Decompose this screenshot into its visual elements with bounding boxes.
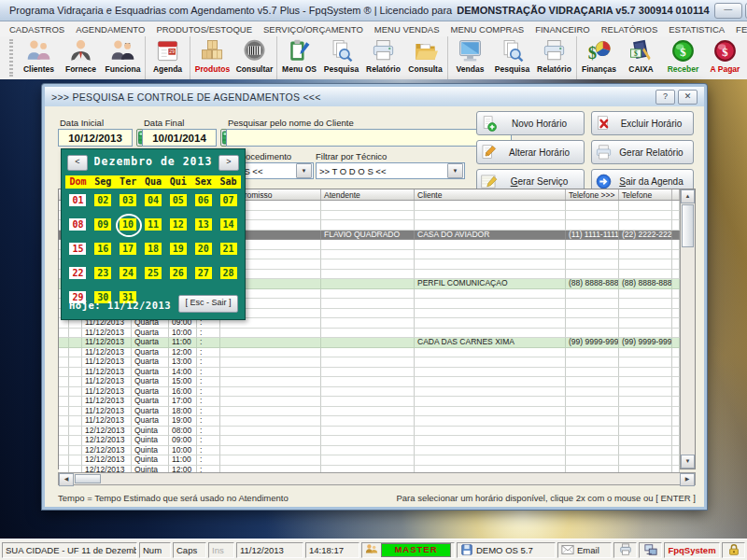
action-button[interactable]: Gerar Relatório	[591, 140, 694, 164]
calendar-esc-button[interactable]: [ Esc - Sair ]	[178, 295, 238, 313]
table-row[interactable]: 11/12/2013 Quarta 13:00 :	[59, 357, 680, 368]
search-input[interactable]	[226, 129, 512, 147]
calendar-day[interactable]: 12	[170, 218, 187, 231]
calendar-day[interactable]: 08	[69, 218, 86, 231]
toolbar-button[interactable]: $ Receber	[662, 36, 704, 79]
tecnico-combo[interactable]: >> T O D O S << ▼	[316, 162, 465, 179]
menu-item[interactable]: MENU COMPRAS	[444, 23, 529, 35]
scroll-up-icon[interactable]: ▲	[681, 189, 695, 203]
toolbar-button[interactable]: Fornece	[60, 36, 102, 79]
toolbar-button[interactable]: $ CAIXA	[620, 36, 662, 79]
table-row[interactable]: 11/12/2013 Quarta 15:00 :	[59, 377, 680, 387]
vertical-scrollbar[interactable]: ▲ ▼	[680, 189, 695, 469]
calendar-day[interactable]: 03	[120, 194, 136, 206]
agenda-close-button[interactable]: ✕	[678, 90, 698, 105]
calendar-day[interactable]: 18	[145, 243, 162, 255]
table-row[interactable]: 11/12/2013 Quarta 19:00 :	[59, 416, 680, 427]
table-row[interactable]: 12/12/2013 Quinta 11:00 :	[59, 455, 680, 466]
table-row[interactable]: 12/12/2013 Quinta 10:00 :	[59, 446, 680, 456]
calendar-day[interactable]: 01	[69, 194, 86, 206]
column-header[interactable]: Telefone	[619, 189, 672, 200]
action-button[interactable]: Excluir Horário	[591, 111, 694, 135]
calendar-next-button[interactable]: >	[218, 155, 239, 171]
column-header[interactable]: Atendente	[321, 189, 415, 200]
toolbar: Clientes Fornece Funciona 29 Agenda	[0, 36, 747, 80]
column-header[interactable]	[672, 189, 680, 200]
calendar-day[interactable]: 02	[94, 194, 111, 206]
action-button[interactable]: Alterar Horário	[476, 140, 585, 164]
toolbar-button[interactable]: Consultar	[233, 36, 275, 79]
calendar-day[interactable]: 24	[120, 267, 136, 279]
scroll-left-icon[interactable]: ◀	[59, 473, 74, 486]
table-row[interactable]: 12/12/2013 Quinta 08:00 :	[59, 427, 680, 437]
menu-item[interactable]: MENU VENDAS	[369, 23, 445, 35]
calendar-day[interactable]: 23	[94, 267, 111, 279]
toolbar-button[interactable]: Pesquisa	[320, 36, 362, 79]
calendar-day[interactable]: 21	[220, 243, 237, 255]
horizontal-scrollbar[interactable]: ◀ ▶	[58, 472, 696, 485]
scrollbar-thumb[interactable]	[682, 204, 694, 247]
calendar-day[interactable]: 06	[195, 194, 212, 206]
calendar-day[interactable]: 25	[145, 267, 162, 279]
table-row[interactable]: 11/12/2013 Quarta 12:00 :	[59, 348, 680, 358]
menu-item[interactable]: PRODUTOS/ESTOQUE	[150, 23, 258, 35]
toolbar-button[interactable]: $ Finanças	[578, 36, 620, 79]
menu-item[interactable]: FINANCEIRO	[529, 23, 596, 35]
calendar-day[interactable]: 28	[220, 267, 237, 279]
calendar-day[interactable]: 05	[170, 194, 187, 206]
table-row[interactable]: 11/12/2013 Quarta 10:00 :	[59, 329, 680, 339]
calendar-day[interactable]: 22	[69, 267, 86, 279]
table-row[interactable]: 11/12/2013 Quarta 18:00 :	[59, 407, 680, 417]
calendar-day[interactable]: 07	[220, 194, 237, 206]
chevron-down-icon[interactable]: ▼	[296, 163, 312, 178]
action-button[interactable]: Novo Horário	[476, 111, 585, 135]
toolbar-button[interactable]: Menu OS	[278, 36, 320, 79]
data-inicial-field[interactable]: 10/12/2013	[58, 129, 133, 147]
chevron-down-icon[interactable]: ▼	[447, 163, 463, 178]
calendar-day[interactable]: 19	[170, 243, 187, 255]
toolbar-button[interactable]: 29 Agenda	[147, 36, 189, 79]
toolbar-button[interactable]: Funciona	[102, 36, 144, 79]
scroll-right-icon[interactable]: ▶	[680, 473, 695, 486]
scroll-down-icon[interactable]: ▼	[681, 455, 695, 469]
calendar-day[interactable]: 20	[195, 243, 212, 255]
calendar-day[interactable]: 27	[195, 267, 212, 279]
menu-item[interactable]: CADASTROS	[4, 23, 70, 35]
calendar-day[interactable]: 13	[195, 218, 212, 231]
table-row[interactable]: 12/12/2013 Quinta 09:00 :	[59, 436, 680, 446]
help-button[interactable]: ?	[655, 90, 675, 105]
table-row[interactable]: 11/12/2013 Quarta 17:00 :	[59, 397, 680, 407]
calendar-day[interactable]: 04	[145, 194, 162, 206]
column-header[interactable]: Telefone >>>	[566, 189, 619, 200]
calendar-prev-button[interactable]: <	[67, 155, 88, 171]
data-final-field[interactable]: 10/01/2014	[142, 129, 217, 147]
users-key-icon	[365, 543, 378, 556]
menu-item[interactable]: ESTATISTICA	[663, 23, 730, 35]
table-row[interactable]: 11/12/2013 Quarta 14:00 :	[59, 368, 680, 378]
toolbar-button[interactable]: Produtos	[191, 36, 233, 79]
table-row[interactable]: 11/12/2013 Quarta 11:00 : CADA DAS CARNE…	[59, 338, 680, 348]
calendar-day[interactable]: 17	[120, 243, 136, 255]
menu-item[interactable]: AGENDAMENTO	[70, 23, 150, 35]
toolbar-button[interactable]: Pesquisa	[491, 36, 533, 79]
table-row[interactable]: 11/12/2013 Quarta 16:00 :	[59, 387, 680, 398]
minimize-button[interactable]: —	[714, 3, 742, 19]
calendar-day[interactable]: 10	[120, 218, 136, 231]
menu-item[interactable]: RELATÓRIOS	[596, 23, 664, 35]
toolbar-button[interactable]: Clientes	[18, 36, 60, 79]
toolbar-button[interactable]: $ A Pagar	[704, 36, 746, 79]
toolbar-button[interactable]: Relatório	[362, 36, 404, 79]
calendar-day[interactable]: 15	[69, 243, 86, 255]
toolbar-button[interactable]: Vendas	[449, 36, 491, 79]
calendar-day[interactable]: 11	[145, 218, 162, 231]
calendar-day[interactable]: 16	[94, 243, 111, 255]
calendar-day[interactable]: 09	[94, 218, 111, 231]
menu-item[interactable]: SERVIÇO/ORÇAMENTO	[258, 23, 369, 35]
toolbar-button[interactable]: Relatório	[533, 36, 575, 79]
calendar-day[interactable]: 26	[170, 267, 187, 279]
menu-item[interactable]: FERRAMENTAS	[730, 23, 747, 35]
column-header[interactable]: Cliente	[415, 189, 566, 200]
scrollbar-thumb[interactable]	[75, 474, 101, 483]
toolbar-button[interactable]: Consulta	[404, 36, 446, 79]
calendar-day[interactable]: 14	[220, 218, 237, 231]
